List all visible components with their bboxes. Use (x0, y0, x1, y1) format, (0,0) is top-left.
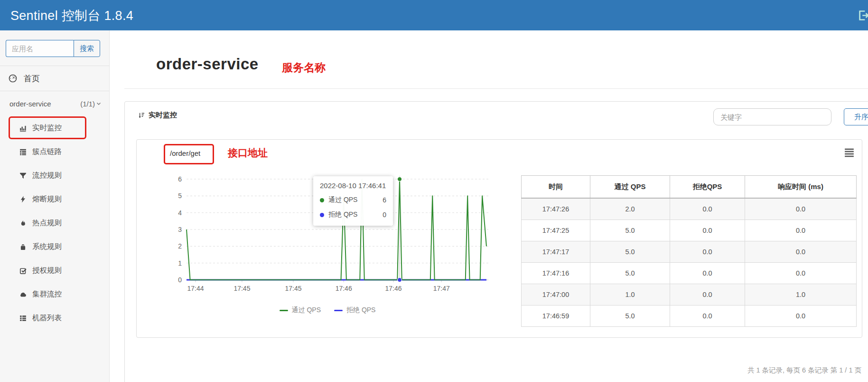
sentinel-dashboard: Sentinel 控制台 1.8.4 搜索 首页 order-service (… (0, 0, 868, 382)
app-count: (1/1) (80, 100, 102, 108)
table-row: 17:47:175.00.00.0 (522, 241, 857, 263)
table-cell: 0.0 (670, 284, 745, 306)
legend-item-pass-qps[interactable]: 通过 QPS (280, 306, 321, 315)
table-row: 17:47:262.00.00.0 (522, 198, 857, 220)
table-icon (19, 148, 27, 156)
sidebar-item-label: 熔断规则 (32, 194, 62, 204)
sidebar-item-label: 热点规则 (32, 218, 62, 228)
series-dot-icon (320, 198, 324, 202)
series-dot-icon (320, 213, 324, 217)
panel-title: 实时监控 (138, 111, 177, 120)
svg-text:17:45: 17:45 (285, 285, 301, 292)
chart-menu-icon[interactable] (843, 146, 855, 158)
tooltip-series-value: 0 (383, 211, 386, 219)
table-cell: 5.0 (590, 263, 670, 284)
table-row: 17:47:001.00.01.0 (522, 284, 857, 306)
table-cell: 0.0 (670, 220, 745, 241)
table-cell: 0.0 (745, 198, 857, 220)
top-navbar: Sentinel 控制台 1.8.4 (0, 0, 868, 30)
sidebar-item-home[interactable]: 首页 (0, 66, 109, 91)
annotation-service-name: 服务名称 (282, 60, 326, 75)
tooltip-series-value: 6 (383, 196, 386, 204)
table-cell: 17:47:00 (522, 284, 590, 306)
table-header-row: 时间通过 QPS拒绝QPS响应时间 (ms) (522, 176, 857, 199)
legend-label: 通过 QPS (292, 306, 321, 315)
table-cell: 0.0 (670, 241, 745, 263)
table-cell: 0.0 (670, 306, 745, 327)
table-cell: 17:47:16 (522, 263, 590, 284)
sidebar-item-cluster-flow[interactable]: 集群流控 (0, 282, 109, 306)
logout-icon[interactable] (857, 9, 868, 22)
table-cell: 1.0 (745, 284, 857, 306)
legend-dash-icon (280, 310, 288, 311)
table-row: 17:46:595.00.00.0 (522, 306, 857, 327)
app-search-group: 搜索 (6, 40, 100, 57)
table-cell: 0.0 (670, 198, 745, 220)
app-count-label: (1/1) (80, 100, 95, 108)
panel-title-label: 实时监控 (149, 111, 177, 120)
sidebar-item-hotspot-rules[interactable]: 热点规则 (0, 211, 109, 235)
table-cell: 17:47:17 (522, 241, 590, 263)
divider (124, 88, 868, 89)
funnel-icon (19, 172, 27, 180)
svg-text:2: 2 (178, 242, 182, 250)
lock-icon (19, 243, 27, 251)
annotation-endpoint-address: 接口地址 (228, 146, 268, 160)
table-cell: 0.0 (745, 306, 857, 327)
cloud-icon (19, 290, 27, 298)
sidebar-item-cluster-link[interactable]: 簇点链路 (0, 140, 109, 163)
gauge-icon (8, 74, 18, 83)
sidebar-item-label: 簇点链路 (32, 147, 62, 157)
sidebar-item-realtime-monitor[interactable]: 实时监控 (0, 116, 109, 140)
table-cell: 5.0 (590, 220, 670, 241)
tooltip-timestamp: 2022-08-10 17:46:41 (320, 181, 386, 190)
sidebar-item-label: 授权规则 (32, 266, 62, 276)
sidebar-item-machine-list[interactable]: 机器列表 (0, 306, 109, 330)
table-cell: 0.0 (745, 241, 857, 263)
app-search-button[interactable]: 搜索 (74, 40, 100, 57)
tooltip-row: 拒绝 QPS0 (320, 210, 386, 219)
table-row: 17:47:165.00.00.0 (522, 263, 857, 284)
table-header-cell: 通过 QPS (590, 176, 670, 199)
svg-text:17:47: 17:47 (433, 285, 450, 292)
endpoint-label: /order/get (170, 149, 200, 157)
svg-text:17:45: 17:45 (233, 285, 250, 292)
sidebar-item-flow-rules[interactable]: 流控规则 (0, 163, 109, 187)
keyword-input[interactable] (713, 108, 831, 125)
sidebar-menu: 实时监控簇点链路流控规则熔断规则热点规则系统规则授权规则集群流控机器列表 (0, 116, 109, 330)
table-cell: 5.0 (590, 306, 670, 327)
table-row: 17:47:255.00.00.0 (522, 220, 857, 241)
table-cell: 17:47:26 (522, 198, 590, 220)
monitor-table: 时间通过 QPS拒绝QPS响应时间 (ms) 17:47:262.00.00.0… (521, 175, 857, 327)
svg-text:17:46: 17:46 (336, 285, 352, 292)
app-search-input[interactable] (6, 40, 74, 57)
table-cell: 1.0 (590, 284, 670, 306)
legend-item-block-qps[interactable]: 拒绝 QPS (334, 306, 375, 315)
sidebar-item-authority-rules[interactable]: 授权规则 (0, 258, 109, 282)
sidebar-item-label: 流控规则 (32, 171, 62, 181)
sidebar-item-system-rules[interactable]: 系统规则 (0, 235, 109, 258)
sidebar-item-degrade-rules[interactable]: 熔断规则 (0, 187, 109, 211)
chevron-down-icon (96, 101, 102, 106)
app-title: Sentinel 控制台 1.8.4 (10, 7, 133, 24)
sidebar-item-label: 系统规则 (32, 242, 62, 252)
svg-text:5: 5 (178, 192, 182, 200)
chart-tooltip: 2022-08-10 17:46:41 通过 QPS6拒绝 QPS0 (313, 176, 393, 226)
fire-icon (19, 219, 27, 227)
sort-ascending-button[interactable]: 升序 (844, 108, 868, 125)
table-cell: 0.0 (745, 263, 857, 284)
table-cell: 17:47:25 (522, 220, 590, 241)
table-cell: 17:46:59 (522, 306, 590, 327)
sort-amount-icon (138, 112, 145, 119)
tooltip-series-label: 通过 QPS (328, 196, 379, 204)
home-label: 首页 (24, 73, 40, 84)
sidebar-item-label: 实时监控 (32, 123, 62, 133)
svg-text:4: 4 (178, 209, 182, 217)
svg-text:17:44: 17:44 (187, 285, 204, 292)
table-cell: 0.0 (670, 263, 745, 284)
legend-label: 拒绝 QPS (346, 306, 375, 315)
sidebar-item-label: 集群流控 (32, 289, 62, 299)
list-icon (19, 314, 27, 322)
app-name-label: order-service (9, 100, 80, 108)
sidebar-app-toggle[interactable]: order-service (1/1) (0, 91, 109, 116)
